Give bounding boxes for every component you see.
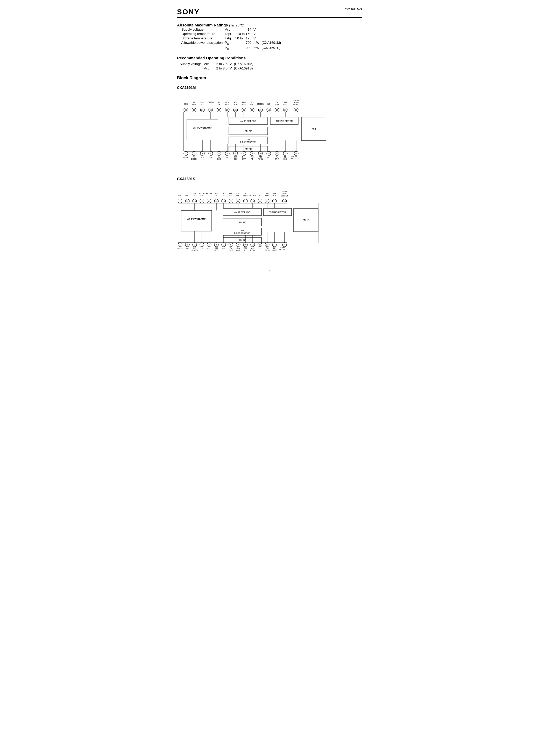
am-fe-label: AM FE: [245, 130, 252, 132]
pin-label: FILTER: [206, 192, 212, 194]
pin-label: AGC: [242, 104, 246, 105]
pin-label: FM: [266, 192, 269, 194]
absolute-max-ratings: Absolute Maximum Ratings (Ta=25°C) · Sup…: [177, 23, 362, 50]
pin-label: DISCRI: [192, 249, 198, 251]
pin-label: RF: [251, 158, 253, 160]
pin-label: FE: [273, 247, 276, 249]
pin-number: 4: [201, 244, 202, 246]
pin-label: AM: [251, 247, 254, 249]
pin-label: AFC: [222, 248, 225, 250]
pin-label: AF: [193, 192, 196, 194]
pin-label: NC: [259, 248, 261, 250]
pin-number: 25: [210, 109, 212, 111]
am-if-det-agc-label: AM IF DET AGC: [234, 211, 250, 213]
pin-number: 10: [244, 244, 247, 246]
pin-label: AFC: [236, 192, 240, 194]
fm-fe-label: FM FE: [245, 148, 252, 150]
pin-label: Reg: [242, 156, 246, 158]
pin-number: 26: [208, 200, 210, 202]
pin-label: GND: [250, 104, 254, 105]
pin-number: 24: [218, 109, 220, 111]
pin-label: FM: [251, 156, 254, 158]
fm-fe-label: FM FE: [239, 239, 246, 242]
pin-label: Vcc: [200, 194, 203, 196]
pin-number: 28: [185, 109, 187, 111]
pin-number: 19: [260, 109, 262, 111]
tuning-meter-label: TUNING METER: [269, 211, 286, 213]
pin-label: IN: [218, 104, 220, 105]
pin-label: GND: [283, 158, 287, 160]
pin-number: 14: [273, 244, 275, 246]
pin-label: FE OUT: [291, 158, 297, 159]
pin-label: FM: [193, 156, 195, 158]
pin-label: VOL: [207, 248, 211, 250]
pin-number: 25: [215, 200, 217, 202]
pin-label: AGC: [233, 104, 237, 105]
pin-number: 7: [223, 244, 224, 246]
pin-label: FM: [234, 156, 237, 158]
pin-number: 15: [283, 244, 285, 246]
pin-label: AFC: [225, 157, 229, 158]
cxa1691s-title: CXA1691S: [177, 177, 362, 181]
pin-number: 3: [194, 244, 195, 246]
pin-label: RF IN: [250, 249, 255, 251]
pin-label: FM: [276, 101, 278, 103]
table-row: Supply voltage Vcc 2 to 7.5 V (CXA1691M): [180, 62, 255, 66]
af-power-amp-label: AF POWER AMP: [187, 218, 206, 220]
pin-number: 2: [187, 244, 188, 246]
pin-label: IF: [245, 192, 246, 194]
pin-label: RF: [244, 249, 247, 251]
pin-label: BAND: [282, 193, 287, 194]
pin-label: GND: [185, 194, 190, 196]
pin-label: IF IN: [275, 104, 279, 105]
fm-if-label: FM IF: [303, 219, 309, 221]
pin-label: NF: [201, 157, 203, 158]
pin-number: 22: [237, 200, 239, 202]
cxa1691m-section: CXA1691M GND AF OUT Ripple Vcc FILTER AF…: [177, 86, 362, 172]
pin-number: 4: [210, 153, 211, 154]
pin-label: AGC: [236, 194, 240, 196]
pin-number: 8: [243, 153, 244, 154]
pin-label: BAND: [294, 102, 298, 104]
pin-number: 20: [251, 109, 253, 111]
pin-number: 18: [268, 109, 270, 111]
pin-label: AM: [273, 192, 276, 194]
pin-number: 27: [193, 109, 195, 111]
pin-label: FE: [284, 156, 287, 158]
pin-label: IF IN: [283, 104, 287, 105]
pin-label: IF IN: [272, 194, 276, 196]
table-row: Vcc 2 to 8.5 V (CXA1691S): [180, 66, 255, 70]
pin-label: Ripple: [199, 192, 204, 194]
pin-number: 10: [260, 153, 262, 154]
pin-number: 12: [276, 153, 278, 154]
fm-disc-label: FM: [241, 229, 244, 232]
ratings-title: Absolute Maximum Ratings (Ta=25°C): [177, 23, 362, 27]
pin-number: 1: [180, 244, 181, 246]
pin-label: IN: [216, 194, 217, 196]
af-power-amp-block: [181, 210, 212, 231]
af-power-amp-block: [187, 119, 218, 140]
pin-number: 13: [284, 153, 286, 154]
pin-label: FM/AF: [280, 247, 285, 249]
pin-label: AM: [259, 156, 262, 158]
block-diagram-section: Block Diagram: [177, 76, 362, 80]
fm-if-label: FM IF: [310, 127, 317, 130]
pin-number: 16: [283, 200, 285, 202]
pin-number: 19: [259, 200, 261, 202]
cxa1691m-diagram: GND AF OUT Ripple Vcc FILTER AF IN DET O…: [177, 91, 363, 172]
pin-label: OUT: [192, 104, 196, 105]
part-number: CXA1691M/S: [345, 8, 362, 11]
pin-label: VOL: [209, 157, 212, 158]
table-row: · Supply voltage Vcc 14 V: [180, 27, 282, 32]
pin-number: 16: [284, 109, 286, 111]
pin-label: NF: [200, 248, 203, 250]
pin-label: FM: [193, 247, 196, 249]
pin-number: 26: [201, 109, 203, 111]
pin-number: 28: [193, 200, 195, 202]
pin-label: NC: [186, 248, 189, 250]
page-number: —2—: [177, 268, 362, 272]
table-row: PD 1000 mW (CXA1691S): [180, 45, 282, 51]
pin-number: 5: [209, 244, 210, 246]
pin-label: FM/AF: [282, 191, 287, 192]
pin-label: GND: [243, 194, 248, 196]
